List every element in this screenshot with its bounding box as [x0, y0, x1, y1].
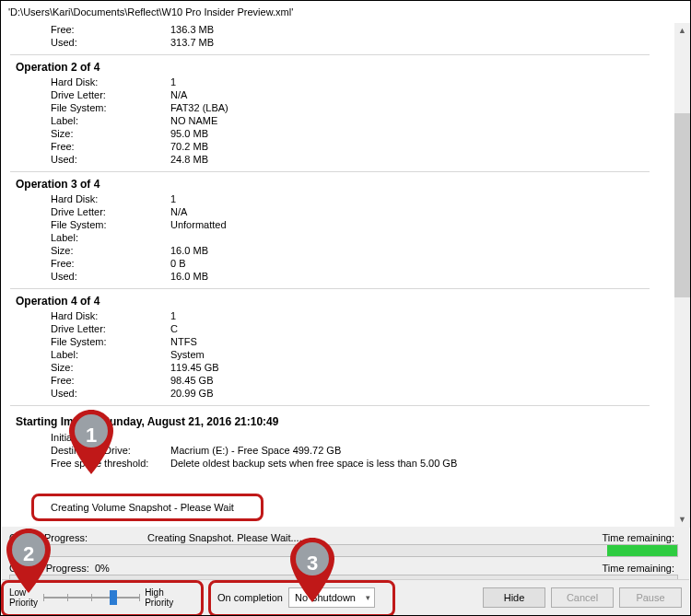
- op0-r6-value: 24.8 MB: [170, 153, 670, 166]
- operation-header: Operation 4 of 4: [10, 291, 670, 309]
- op2-r6-value: 20.99 GB: [170, 387, 670, 400]
- pre-1-label: Used:: [51, 36, 170, 49]
- overall-progress-bar: [9, 544, 678, 557]
- pause-button[interactable]: Pause: [619, 587, 682, 608]
- start-1-value: Delete oldest backup sets when free spac…: [170, 457, 670, 470]
- annotation-box-snapshot: Creating Volume Snapshot - Please Wait: [31, 494, 264, 521]
- op1-r3-label: Label:: [51, 231, 170, 244]
- op2-r3-value: System: [170, 348, 670, 361]
- op0-r3-value: NO NAME: [170, 114, 670, 127]
- current-time-remaining-label: Time remaining:: [603, 563, 678, 574]
- pre-1-value: 313.7 MB: [170, 36, 670, 49]
- overall-progress-fill: [607, 545, 677, 556]
- overall-time-remaining-label: Time remaining:: [603, 532, 678, 543]
- op1-r0-value: 1: [170, 192, 670, 205]
- op0-r1-label: Drive Letter:: [51, 88, 170, 101]
- op2-r3-label: Label:: [51, 348, 170, 361]
- op1-r4-value: 16.0 MB: [170, 244, 670, 257]
- cancel-button[interactable]: Cancel: [551, 587, 614, 608]
- op2-r4-value: 119.45 GB: [170, 361, 670, 374]
- op2-r1-value: C: [170, 322, 670, 335]
- op1-r1-label: Drive Letter:: [51, 205, 170, 218]
- file-path-title: 'D:\Users\Kari\Documents\Reflect\W10 Pro…: [1, 1, 690, 23]
- scrollbar-down-arrow[interactable]: ▼: [674, 512, 690, 528]
- pre-0-label: Free:: [51, 23, 170, 36]
- op0-r5-value: 70.2 MB: [170, 140, 670, 153]
- op1-r6-label: Used:: [51, 270, 170, 283]
- op2-r2-label: File System:: [51, 335, 170, 348]
- pre-0-value: 136.3 MB: [170, 23, 670, 36]
- op1-r6-value: 16.0 MB: [170, 270, 670, 283]
- op2-r1-label: Drive Letter:: [51, 322, 170, 335]
- operation-header: Operation 3 of 4: [10, 174, 670, 192]
- op2-r4-label: Size:: [51, 361, 170, 374]
- op0-r4-value: 95.0 MB: [170, 127, 670, 140]
- op0-r1-value: N/A: [170, 88, 670, 101]
- op0-r0-value: 1: [170, 76, 670, 88]
- op1-r5-label: Free:: [51, 257, 170, 270]
- op0-r6-label: Used:: [51, 153, 170, 166]
- annotation-marker-3: 3: [290, 538, 334, 602]
- start-0-value: Macrium (E:) - Free Space 499.72 GB: [170, 444, 670, 457]
- op1-r2-label: File System:: [51, 218, 170, 231]
- annotation-marker-2: 2: [6, 529, 51, 593]
- op1-r3-value: [170, 231, 670, 244]
- op2-r0-label: Hard Disk:: [51, 309, 170, 322]
- annotation-marker-1: 1: [69, 410, 113, 474]
- op2-r6-label: Used:: [51, 387, 170, 400]
- op0-r2-label: File System:: [51, 101, 170, 114]
- op1-r1-value: N/A: [170, 205, 670, 218]
- scrollbar-track[interactable]: ▲ ▼: [674, 23, 690, 528]
- op2-r2-value: NTFS: [170, 335, 670, 348]
- op1-r5-value: 0 B: [170, 257, 670, 270]
- hide-button[interactable]: Hide: [483, 587, 545, 608]
- op1-r2-value: Unformatted: [170, 218, 670, 231]
- op0-r2-value: FAT32 (LBA): [170, 101, 670, 114]
- scrollbar-thumb[interactable]: [674, 113, 690, 297]
- current-progress-value: 0%: [95, 563, 110, 574]
- op0-r5-label: Free:: [51, 140, 170, 153]
- op0-r4-label: Size:: [51, 127, 170, 140]
- op2-r0-value: 1: [170, 309, 670, 322]
- op0-r3-label: Label:: [51, 114, 170, 127]
- op1-r0-label: Hard Disk:: [51, 192, 170, 205]
- operation-header: Operation 2 of 4: [10, 57, 670, 76]
- op2-r5-value: 98.45 GB: [170, 374, 670, 387]
- op2-r5-label: Free:: [51, 374, 170, 387]
- op1-r4-label: Size:: [51, 244, 170, 257]
- op0-r0-label: Hard Disk:: [51, 76, 170, 88]
- scrollbar-up-arrow[interactable]: ▲: [674, 23, 690, 39]
- overall-progress-status: Creating Snapshot. Please Wait....: [147, 532, 603, 543]
- snapshot-status-text: Creating Volume Snapshot - Please Wait: [51, 502, 234, 513]
